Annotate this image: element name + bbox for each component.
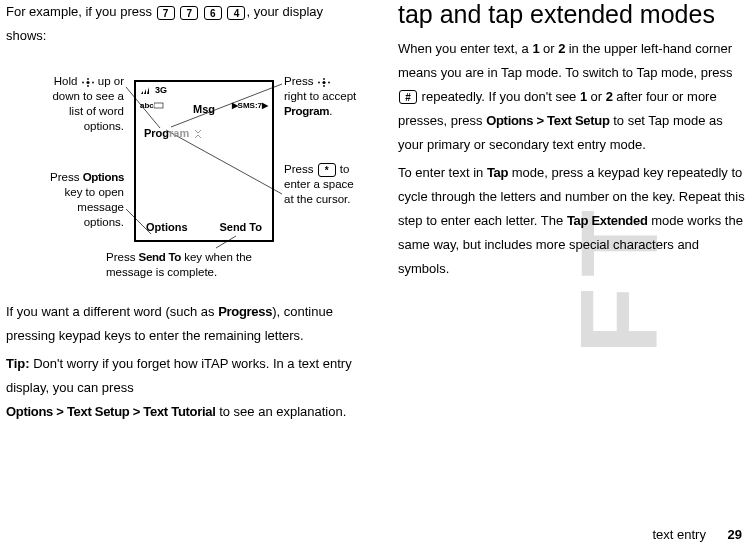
tap-word: Tap	[487, 165, 508, 180]
intro-paragraph: For example, if you press 7 7 6 4, your …	[6, 0, 358, 48]
phone-diagram: Hold up ordown to see alist of wordoptio…	[6, 54, 358, 286]
sms-indicator: ▶SMS:7▶	[232, 99, 268, 114]
p3-b: Don't worry if you forget how iTAP works…	[6, 356, 352, 395]
footer-section: text entry	[652, 527, 705, 542]
tip-label: Tip:	[6, 356, 30, 371]
key-7-1: 7	[157, 6, 175, 20]
abc-indicator: abc	[140, 99, 164, 114]
different-word-paragraph: If you want a different word (such as Pr…	[6, 300, 358, 348]
tip-paragraph: Tip: Don't worry if you forget how iTAP …	[6, 352, 358, 424]
options-path: Options > Text Setup	[486, 113, 609, 128]
intro-text-a: For example, if you press	[6, 4, 156, 19]
network-indicator: 3G	[155, 82, 167, 99]
typed-text: Prog	[144, 127, 169, 139]
softkey-left: Options	[146, 217, 188, 237]
page-footer: text entry 29	[652, 523, 742, 547]
r-p1a: When you enter text, a	[398, 41, 532, 56]
r-p1d: repeatedly. If you don't see	[418, 89, 580, 104]
title-row: abc Msg ▶SMS:7▶	[136, 98, 272, 119]
menu-path: Options > Text Setup > Text Tutorial	[6, 404, 216, 419]
digit-1b: 1	[580, 89, 587, 104]
section-heading: tap and tap extended modes	[398, 0, 750, 29]
progress-word: Progress	[218, 304, 272, 319]
softkey-row: Options Send To	[136, 214, 272, 240]
left-column: For example, if you press 7 7 6 4, your …	[0, 0, 378, 510]
svg-rect-15	[154, 103, 163, 108]
r-p1b2: or	[587, 89, 606, 104]
page-content: For example, if you press 7 7 6 4, your …	[0, 0, 756, 510]
expand-icon	[193, 130, 203, 138]
r-p1b: or	[539, 41, 558, 56]
r-p2a: To enter text in	[398, 165, 487, 180]
status-bar: 3G	[136, 82, 272, 98]
digit-2b: 2	[606, 89, 613, 104]
p3-c: to see an explanation.	[216, 404, 347, 419]
right-column: tap and tap extended modes When you ente…	[378, 0, 756, 510]
msg-title: Msg	[193, 99, 215, 119]
key-4: 4	[227, 6, 245, 20]
tap-mode-paragraph: When you enter text, a 1 or 2 in the upp…	[398, 37, 750, 157]
suggested-text: ram	[169, 127, 189, 139]
text-entry-row: Program	[136, 119, 272, 147]
key-6: 6	[204, 6, 222, 20]
phone-screen: 3G abc Msg ▶SMS:7▶ Program Options Send …	[134, 80, 274, 242]
tap-extended-word: Tap Extended	[567, 213, 648, 228]
signal-icon	[140, 85, 152, 95]
tap-entry-paragraph: To enter text in Tap mode, press a keypa…	[398, 161, 750, 281]
softkey-right: Send To	[219, 217, 262, 237]
page-number: 29	[728, 527, 742, 542]
p2-a: If you want a different word (such as	[6, 304, 218, 319]
hash-key: #	[399, 90, 417, 104]
key-7-2: 7	[180, 6, 198, 20]
